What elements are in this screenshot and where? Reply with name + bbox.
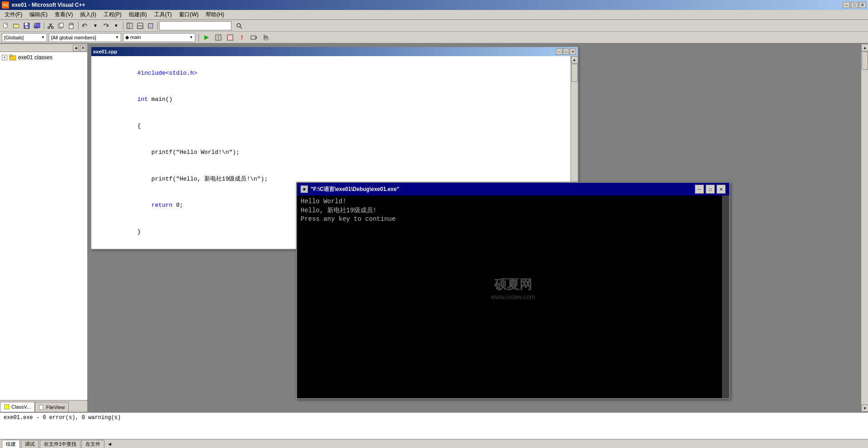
editor-scroll-thumb[interactable] — [571, 64, 578, 82]
globals-dropdown[interactable]: [Globals] ▼ — [2, 33, 47, 42]
toolbar-separator-1 — [42, 21, 45, 31]
svg-rect-27 — [227, 35, 233, 40]
bottom-tab-debug[interactable]: 调试 — [21, 440, 39, 448]
output-button[interactable] — [135, 21, 145, 31]
undo-dropdown[interactable]: ▼ — [90, 21, 100, 31]
minimize-button[interactable]: ─ — [843, 2, 850, 8]
debug-go-button[interactable] — [202, 33, 212, 43]
code-line-2: int main() — [95, 86, 574, 113]
cut-button[interactable] — [46, 21, 56, 31]
build-minibar-button[interactable] — [146, 21, 156, 31]
debug-step-button[interactable] — [249, 33, 259, 43]
debug-stop-button[interactable]: ! — [237, 33, 247, 43]
menu-view[interactable]: 查看(V) — [51, 10, 76, 19]
bottom-tab-find2[interactable]: 在文件 — [81, 440, 104, 448]
save-all-button[interactable] — [32, 21, 42, 31]
menu-tools[interactable]: 工具(T) — [151, 10, 175, 19]
menu-bar: 文件(F) 编辑(E) 查看(V) 插入(I) 工程(P) 组建(B) 工具(T… — [0, 10, 868, 20]
svg-rect-16 — [70, 23, 72, 25]
debug-insert-button[interactable] — [213, 33, 223, 43]
right-scroll-thumb[interactable] — [862, 52, 868, 70]
maximize-button[interactable]: □ — [851, 2, 858, 8]
bottom-panel: exe01.exe - 0 error(s), 0 warning(s) 组建 … — [0, 412, 868, 448]
console-maximize-button[interactable]: □ — [706, 185, 715, 194]
svg-rect-35 — [9, 55, 12, 57]
find-in-files-button[interactable] — [234, 21, 244, 31]
title-buttons: ─ □ ✕ — [843, 2, 866, 8]
left-panel-header: ◄ ✕ — [0, 44, 87, 52]
svg-rect-8 — [36, 23, 40, 28]
editor-restore-button[interactable]: □ — [563, 48, 569, 55]
bottom-tabs: 组建 调试 在文件1中查找 在文件 ◄ — [0, 439, 868, 448]
menu-project[interactable]: 工程(P) — [100, 10, 125, 19]
redo-dropdown[interactable]: ▼ — [111, 21, 121, 31]
panel-pin-button[interactable]: ◄ — [73, 45, 79, 51]
save-button[interactable] — [22, 21, 32, 31]
debug-remove-button[interactable] — [225, 33, 235, 43]
bottom-tab-find1[interactable]: 在文件1中查找 — [40, 440, 80, 448]
console-minimize-button[interactable]: ─ — [695, 185, 704, 194]
app-icon: VC — [2, 1, 9, 9]
svg-rect-37 — [39, 405, 43, 410]
right-scroll-down-button[interactable]: ▼ — [861, 405, 868, 412]
redo-button[interactable] — [101, 21, 111, 31]
tab-fileview[interactable]: FileView — [35, 402, 69, 412]
bottom-output-content: exe01.exe - 0 error(s), 0 warning(s) — [0, 413, 868, 439]
code-line-1: #include<stdio.h> — [95, 60, 574, 86]
editor-scroll-up-button[interactable]: ▲ — [571, 56, 578, 63]
open-file-button[interactable] — [11, 21, 21, 31]
code-line-4: printf("Hello World!\n"); — [95, 139, 574, 166]
console-window: ■ "F:\C语言\exe01\Debug\exe01.exe" ─ □ ✕ H… — [296, 182, 730, 399]
console-line-3: Press any key to continue — [301, 215, 726, 224]
paste-button[interactable] — [66, 21, 76, 31]
debug-hand-button[interactable] — [260, 33, 270, 43]
svg-point-11 — [48, 27, 50, 29]
menu-edit[interactable]: 编辑(E) — [26, 10, 51, 19]
bottom-tab-build[interactable]: 组建 — [2, 440, 20, 448]
tree-expand-icon[interactable]: + — [2, 55, 7, 60]
console-line-2: Hello, 新电社19级成员! — [301, 206, 726, 215]
editor-title: exe01.cpp — [93, 49, 117, 54]
toolbar-row-2: [Globals] ▼ [All global members] ▼ ◆ mai… — [0, 32, 868, 43]
toolbar-separator-2 — [77, 21, 80, 31]
tab-classview[interactable]: ClassV... — [0, 402, 35, 412]
new-file-button[interactable] — [1, 21, 11, 31]
class-folder-icon — [9, 54, 16, 61]
right-scroll-up-button[interactable]: ▲ — [861, 44, 868, 51]
tree-item-exe01[interactable]: + exe01 classes — [1, 53, 86, 62]
console-title-buttons: ─ □ ✕ — [695, 185, 726, 194]
menu-build[interactable]: 组建(B) — [125, 10, 151, 19]
class-tree-view[interactable]: + exe01 classes — [0, 52, 87, 400]
svg-rect-28 — [251, 36, 255, 39]
search-box[interactable] — [159, 21, 231, 30]
console-line-1: Hello World! — [301, 197, 726, 206]
menu-insert[interactable]: 插入(I) — [76, 10, 99, 19]
right-scrollbar: ▲ ▼ — [861, 44, 868, 412]
svg-point-12 — [52, 27, 53, 29]
console-close-button[interactable]: ✕ — [717, 185, 726, 194]
title-bar-left: VC exe01 - Microsoft Visual C++ — [2, 1, 85, 9]
editor-title-buttons: ─ □ ✕ — [556, 48, 576, 55]
svg-rect-33 — [264, 38, 268, 40]
members-dropdown[interactable]: [All global members] ▼ — [49, 33, 121, 42]
menu-window[interactable]: 窗口(W) — [175, 10, 202, 19]
main-dropdown[interactable]: ◆ main ▼ — [123, 33, 195, 42]
toolbar-separator-3 — [122, 21, 124, 31]
console-scrollbar[interactable] — [722, 195, 729, 398]
main-window: VC exe01 - Microsoft Visual C++ ─ □ ✕ 文件… — [0, 0, 868, 448]
panel-close-button[interactable]: ✕ — [80, 45, 86, 51]
menu-help[interactable]: 帮助(H) — [202, 10, 228, 19]
copy-button[interactable] — [56, 21, 66, 31]
svg-rect-18 — [127, 23, 129, 29]
editor-area: exe01.cpp ─ □ ✕ #include<stdio.h> int ma… — [88, 44, 861, 412]
close-button[interactable]: ✕ — [859, 2, 866, 8]
main-dropdown-arrow: ▼ — [189, 35, 193, 39]
console-content: Hello World! Hello, 新电社19级成员! Press any … — [297, 195, 729, 398]
undo-button[interactable] — [80, 21, 90, 31]
workspace-button[interactable] — [125, 21, 135, 31]
menu-file[interactable]: 文件(F) — [1, 10, 26, 19]
console-icon: ■ — [301, 186, 308, 193]
editor-close-button[interactable]: ✕ — [570, 48, 576, 55]
editor-minimize-button[interactable]: ─ — [556, 48, 562, 55]
toolbar-row-1: ▼ ▼ — [0, 20, 868, 32]
